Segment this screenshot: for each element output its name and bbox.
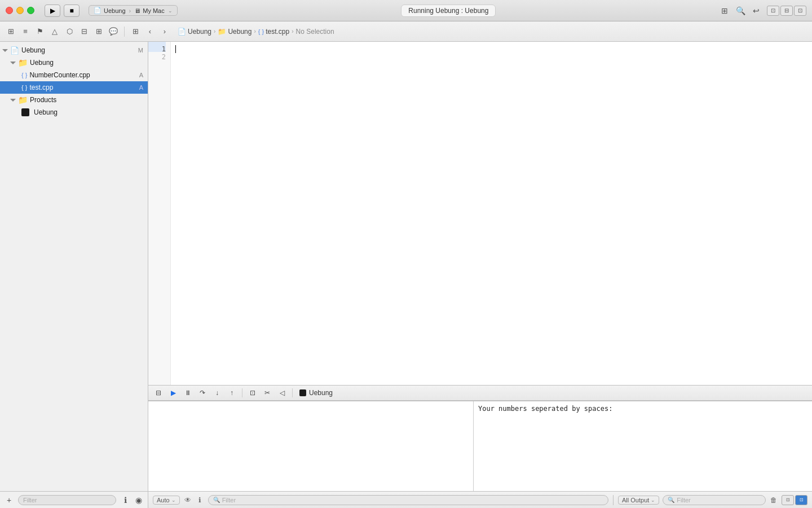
sidebar-filter-input[interactable]: Filter: [18, 495, 116, 505]
trash-icon[interactable]: 🗑: [769, 496, 778, 505]
pause-btn[interactable]: ⏸: [182, 387, 193, 398]
products-folder-icon: 📁: [18, 95, 28, 104]
forward-icon[interactable]: ›: [158, 25, 171, 38]
breakpoints-btn[interactable]: ✂: [262, 387, 273, 398]
sidebar-item-uebung-product[interactable]: Uebung: [0, 106, 148, 119]
bookmark-icon[interactable]: ⬡: [63, 25, 76, 38]
breadcrumb-item-project[interactable]: 📄 Uebung: [178, 28, 211, 36]
code-content[interactable]: [171, 42, 812, 385]
fullscreen-button[interactable]: [27, 7, 34, 14]
step-in-btn[interactable]: ↓: [211, 387, 223, 398]
panel-size-buttons: ⊡ ⊡: [782, 495, 807, 505]
testcpp-badge: A: [139, 84, 143, 91]
sidebar-item-numbercounter[interactable]: { } NumberCounter.cpp A: [0, 69, 148, 81]
console-right-filter-placeholder: Filter: [677, 497, 690, 503]
continue-btn[interactable]: ▶: [167, 387, 179, 398]
console-toggle-btn[interactable]: ⊟: [153, 387, 164, 398]
right-panel-btn[interactable]: ⊡: [794, 6, 806, 16]
step-out-btn[interactable]: ↑: [226, 387, 237, 398]
console-right-filter[interactable]: 🔍 Filter: [663, 495, 766, 505]
debug-toolbar: ⊟ ▶ ⏸ ↷ ↓ ↑ ⊡ ✂ ◁ Uebung: [148, 385, 812, 401]
back-icon[interactable]: ‹: [144, 25, 156, 38]
console-output-text: Your numbers seperated by spaces:: [478, 405, 612, 413]
all-output-chevron: ⌄: [651, 497, 655, 503]
root-badge: M: [138, 47, 143, 54]
sidebar-item-root[interactable]: 📄 Uebung M: [0, 44, 148, 56]
sidebar-item-testcpp[interactable]: { } test.cpp A: [0, 81, 148, 94]
titlebar: ▶ ■ 📄 Uebung › 🖥 My Mac ⌄ Running Uebung…: [0, 0, 812, 21]
warning-icon[interactable]: △: [48, 25, 61, 38]
redo-icon[interactable]: ↩: [751, 6, 761, 16]
step-over-btn[interactable]: ↷: [197, 387, 208, 398]
sidebar: 📄 Uebung M 📁 Uebung { } NumberCounter.cp…: [0, 42, 148, 508]
uebung-folder-icon: 📁: [18, 58, 28, 67]
location-btn[interactable]: ◁: [276, 387, 288, 398]
traffic-lights: [6, 7, 34, 14]
debug-scheme-label: Uebung: [299, 389, 333, 397]
console-left-filter[interactable]: 🔍 Filter: [208, 495, 608, 505]
testcpp-icon: { }: [21, 84, 27, 91]
scheme-selector[interactable]: 📄 Uebung › 🖥 My Mac ⌄: [89, 5, 178, 16]
console-area: Your numbers seperated by spaces:: [148, 401, 812, 491]
left-panel-btn[interactable]: ⊡: [767, 6, 779, 16]
console-panel-btn-1[interactable]: ⊡: [782, 495, 794, 505]
project-file-icon: 📄: [178, 28, 186, 36]
status-label: Running Uebung : Uebung: [401, 5, 496, 17]
debug-sep-1: [242, 388, 242, 397]
expand-icon-uebung: [10, 62, 16, 64]
auto-selector[interactable]: Auto ⌄: [153, 496, 180, 505]
sidebar-content: 📄 Uebung M 📁 Uebung { } NumberCounter.cp…: [0, 42, 148, 491]
breadcrumb-folder-label: Uebung: [228, 28, 251, 36]
folder-icon: 📁: [218, 28, 226, 36]
titlebar-right: ⊞ 🔍 ↩ ⊡ ⊟ ⊡: [720, 6, 806, 16]
sidebar-toggle-icon[interactable]: ⊞: [5, 25, 17, 38]
view-debug-btn[interactable]: ⊡: [247, 387, 258, 398]
outline-icon[interactable]: ≡: [19, 25, 32, 38]
scheme-project-label: Uebung: [104, 7, 126, 14]
code-editor[interactable]: 1 2: [148, 42, 812, 385]
sidebar-icon2[interactable]: ◉: [134, 496, 143, 505]
eye-icon[interactable]: 👁: [183, 496, 192, 505]
comment-icon[interactable]: 💬: [107, 25, 120, 38]
toolbar: ⊞ ≡ ⚑ △ ⬡ ⊟ ⊞ 💬 ⊞ ‹ › 📄 Uebung › 📁 Uebun…: [0, 21, 812, 42]
close-button[interactable]: [6, 7, 13, 14]
uebung-folder-label: Uebung: [30, 59, 54, 67]
breadcrumb-item-file[interactable]: { } test.cpp: [258, 28, 289, 36]
main-area: 📄 Uebung M 📁 Uebung { } NumberCounter.cp…: [0, 42, 812, 508]
breadcrumb-item-folder[interactable]: 📁 Uebung: [218, 28, 251, 36]
line-num-2: 2: [148, 52, 166, 62]
run-button[interactable]: ▶: [45, 5, 60, 17]
testcpp-label: test.cpp: [29, 84, 53, 91]
console-bottom-right: All Output ⌄ 🔍 Filter 🗑 ⊡ ⊡: [614, 495, 812, 505]
breadcrumb-sep-2: ›: [254, 28, 255, 34]
product-icon: [21, 108, 29, 116]
sidebar-bottom: + Filter ℹ ◉: [0, 491, 148, 508]
split-icon[interactable]: ⊞: [92, 25, 105, 38]
text-cursor: [175, 45, 176, 53]
numbercounter-icon: { }: [21, 72, 27, 78]
minimize-button[interactable]: [16, 7, 24, 14]
titlebar-center: Running Uebung : Uebung: [182, 5, 715, 17]
sidebar-item-uebung-folder[interactable]: 📁 Uebung: [0, 56, 148, 69]
all-output-selector[interactable]: All Output ⌄: [618, 496, 659, 505]
editor-area: 1 2 ⊟ ▶ ⏸ ↷ ↓ ↑ ⊡ ✂ ◁ Uebung: [148, 42, 812, 508]
list-view-icon[interactable]: ⊞: [720, 6, 730, 16]
grid-icon[interactable]: ⊞: [129, 25, 142, 38]
console-panel-btn-2[interactable]: ⊡: [795, 495, 807, 505]
debug-sep-2: [292, 388, 293, 397]
toolbar-separator: [124, 27, 125, 37]
bottom-panel-btn[interactable]: ⊟: [780, 6, 793, 16]
list-icon[interactable]: ⊟: [78, 25, 90, 38]
root-label: Uebung: [21, 46, 45, 54]
sidebar-info-icon[interactable]: ℹ: [121, 496, 130, 505]
search-icon[interactable]: 🔍: [735, 6, 745, 16]
flag-icon[interactable]: ⚑: [34, 25, 46, 38]
info-circle-icon[interactable]: ℹ: [196, 496, 205, 505]
stop-button[interactable]: ■: [64, 5, 80, 17]
debug-scheme-icon: [299, 389, 306, 396]
cursor-line: [175, 44, 812, 54]
add-item-button[interactable]: +: [5, 496, 14, 505]
expand-icon-products: [10, 99, 16, 102]
sidebar-item-products[interactable]: 📁 Products: [0, 94, 148, 106]
console-input-panel[interactable]: [148, 401, 474, 491]
